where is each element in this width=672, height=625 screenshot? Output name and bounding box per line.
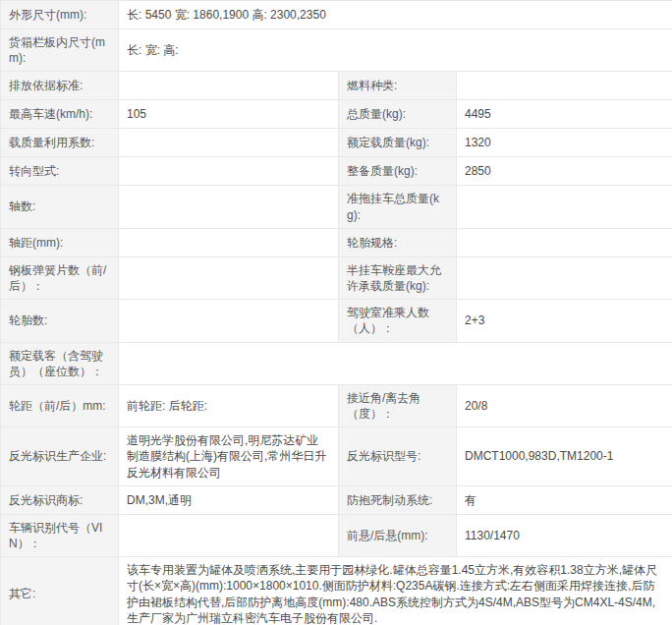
vehicle-spec-table-body: 外形尺寸(mm):长: 5450 宽: 1860,1900 高: 2300,23… [1, 1, 672, 625]
spec-row: 车辆识别代号（VIN）：前悬/后悬(mm):1130/1470 [1, 514, 672, 556]
spec-value: DM,3M,通明 [119, 485, 339, 514]
spec-row: 轮距（前/后）mm:前轮距: 后轮距:接近角/离去角（度）：20/8 [1, 384, 672, 426]
spec-row: 额定载客（含驾驶员）（座位数）： [1, 342, 672, 384]
spec-value [119, 256, 339, 299]
spec-label: 车辆识别代号（VIN）： [1, 514, 119, 556]
spec-value: 1130/1470 [457, 514, 672, 556]
spec-row: 轴距(mm):轮胎规格: [1, 228, 672, 256]
spec-value [457, 228, 672, 256]
spec-label: 转向型式: [1, 157, 119, 186]
spec-label: 钢板弹簧片数（前/后）： [1, 256, 119, 299]
spec-value [119, 300, 339, 342]
spec-row: 反光标识商标:DM,3M,通明防抱死制动系统:有 [1, 485, 672, 514]
spec-value: 长: 5450 宽: 1860,1900 高: 2300,2350 [119, 1, 672, 29]
spec-label: 货箱栏板内尺寸(mm): [1, 29, 119, 72]
spec-row: 最高车速(km/h):105总质量(kg):4495 [1, 100, 672, 129]
spec-label: 总质量(kg): [339, 100, 457, 129]
spec-value: 2+3 [457, 300, 672, 342]
spec-row: 轮胎数:驾驶室准乘人数（人）：2+3 [1, 300, 672, 342]
spec-value [457, 256, 672, 299]
spec-label: 半挂车鞍座最大允许承载质量(kg): [339, 256, 457, 299]
spec-label: 轴数: [1, 186, 119, 228]
spec-row: 外形尺寸(mm):长: 5450 宽: 1860,1900 高: 2300,23… [1, 1, 672, 29]
spec-value: 该车专用装置为罐体及喷洒系统,主要用于园林绿化.罐体总容量1.45立方米,有效容… [119, 557, 672, 625]
spec-label: 接近角/离去角（度）： [339, 384, 457, 426]
spec-label: 反光标识商标: [1, 485, 119, 514]
spec-value [457, 186, 672, 228]
spec-value [119, 72, 339, 100]
spec-label: 其它: [1, 557, 119, 625]
spec-row: 载质量利用系数:额定载质量(kg):1320 [1, 129, 672, 157]
spec-value: 20/8 [457, 384, 672, 426]
spec-row: 转向型式:整备质量(kg):2850 [1, 157, 672, 186]
spec-label: 前悬/后悬(mm): [339, 514, 457, 556]
spec-label: 排放依据标准: [1, 72, 119, 100]
spec-value [119, 228, 339, 256]
spec-value: 105 [119, 100, 339, 129]
spec-value: 2850 [457, 157, 672, 186]
spec-value: 前轮距: 后轮距: [119, 384, 339, 426]
spec-label: 驾驶室准乘人数（人）： [339, 300, 457, 342]
spec-value [119, 186, 339, 228]
spec-row: 货箱栏板内尺寸(mm):长: 宽: 高: [1, 29, 672, 72]
spec-row: 钢板弹簧片数（前/后）：半挂车鞍座最大允许承载质量(kg): [1, 256, 672, 299]
spec-value: 1320 [457, 129, 672, 157]
spec-label: 额定载客（含驾驶员）（座位数）： [1, 342, 119, 384]
spec-label: 整备质量(kg): [339, 157, 457, 186]
vehicle-announcement-page: 外形尺寸(mm):长: 5450 宽: 1860,1900 高: 2300,23… [0, 0, 672, 625]
spec-value [119, 342, 672, 384]
spec-label: 轮胎数: [1, 300, 119, 342]
vehicle-spec-table: 外形尺寸(mm):长: 5450 宽: 1860,1900 高: 2300,23… [0, 0, 672, 625]
spec-row: 轴数:准拖挂车总质量(kg): [1, 186, 672, 228]
spec-row: 排放依据标准:燃料种类: [1, 72, 672, 100]
spec-label: 燃料种类: [339, 72, 457, 100]
spec-value: DMCT1000,983D,TM1200-1 [457, 427, 672, 486]
spec-label: 额定载质量(kg): [339, 129, 457, 157]
spec-label: 防抱死制动系统: [339, 485, 457, 514]
spec-label: 准拖挂车总质量(kg): [339, 186, 457, 228]
spec-label: 最高车速(km/h): [1, 100, 119, 129]
spec-value: 有 [457, 485, 672, 514]
spec-value: 长: 宽: 高: [119, 29, 672, 72]
spec-label: 外形尺寸(mm): [1, 1, 119, 29]
spec-value [119, 514, 339, 556]
spec-value: 道明光学股份有限公司,明尼苏达矿业制造膜结构(上海)有限公司,常州华日升反光材料… [119, 427, 339, 486]
spec-value [119, 157, 339, 186]
spec-value: 4495 [457, 100, 672, 129]
spec-label: 载质量利用系数: [1, 129, 119, 157]
spec-label: 轮胎规格: [339, 228, 457, 256]
spec-label: 反光标识型号: [339, 427, 457, 486]
spec-row: 其它:该车专用装置为罐体及喷洒系统,主要用于园林绿化.罐体总容量1.45立方米,… [1, 557, 672, 625]
spec-row: 反光标识生产企业:道明光学股份有限公司,明尼苏达矿业制造膜结构(上海)有限公司,… [1, 427, 672, 486]
spec-label: 轮距（前/后）mm: [1, 384, 119, 426]
spec-label: 轴距(mm): [1, 228, 119, 256]
spec-label: 反光标识生产企业: [1, 427, 119, 486]
spec-value [457, 72, 672, 100]
spec-value [119, 129, 339, 157]
